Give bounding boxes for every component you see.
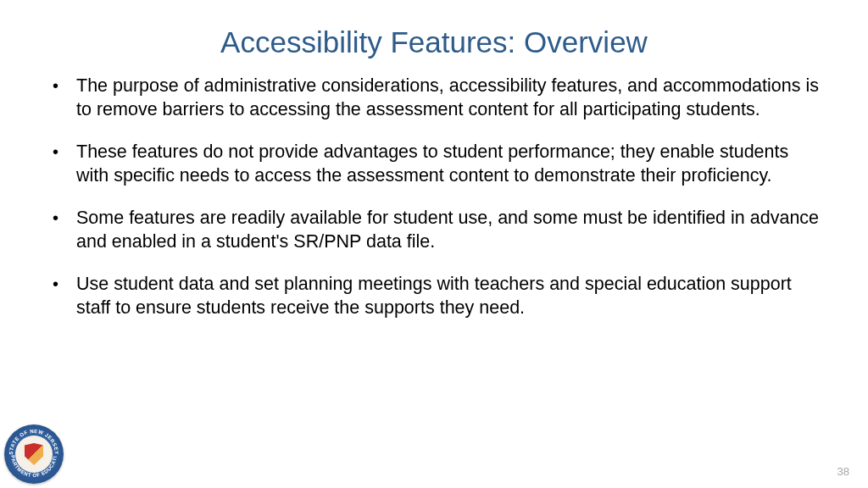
shield-icon xyxy=(25,443,43,465)
bullet-item: Some features are readily available for … xyxy=(42,207,826,254)
bullet-item: These features do not provide advantages… xyxy=(42,141,826,188)
bullet-list: The purpose of administrative considerat… xyxy=(42,75,826,320)
page-number: 38 xyxy=(837,465,849,478)
slide-content: The purpose of administrative considerat… xyxy=(0,75,868,320)
nj-doe-seal-icon: STATE OF NEW JERSEY DEPARTMENT OF EDUCAT… xyxy=(4,424,64,484)
bullet-item: Use student data and set planning meetin… xyxy=(42,273,826,320)
slide-title: Accessibility Features: Overview xyxy=(0,0,868,75)
bullet-item: The purpose of administrative considerat… xyxy=(42,75,826,122)
